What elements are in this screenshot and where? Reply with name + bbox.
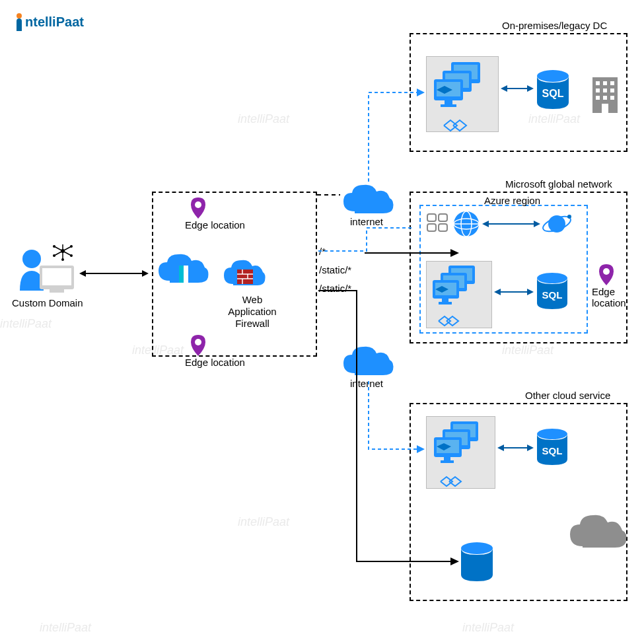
svg-rect-52 [596, 96, 600, 100]
svg-marker-97 [497, 445, 504, 451]
svg-rect-50 [603, 89, 607, 92]
waf-cloud-icon [221, 258, 268, 291]
sql-icon: SQL [535, 272, 569, 312]
connector [316, 192, 342, 258]
svg-marker-100 [417, 89, 425, 96]
logo: ntelliPaat [13, 12, 84, 34]
svg-rect-51 [610, 89, 614, 92]
onprem-label: On-premises/legacy DC [502, 20, 607, 31]
watermark: intelliPaat [40, 621, 91, 635]
svg-line-8 [63, 246, 71, 251]
svg-point-17 [61, 258, 64, 261]
svg-rect-55 [602, 104, 608, 113]
svg-rect-39 [441, 104, 456, 107]
globe-icon [452, 210, 480, 238]
watermark: intelliPaat [238, 112, 289, 126]
svg-point-66 [567, 215, 571, 219]
arrow-bidir [482, 220, 540, 228]
svg-rect-47 [603, 81, 607, 85]
watermark: intelliPaat [238, 515, 289, 529]
lb-icon [443, 119, 469, 132]
building-icon [591, 76, 619, 114]
svg-marker-44 [527, 85, 534, 92]
watermark: intelliPaat [502, 343, 554, 357]
svg-rect-57 [439, 214, 447, 221]
user-icon [13, 244, 76, 294]
arrow-bidir [497, 444, 534, 452]
svg-point-99 [461, 542, 493, 554]
svg-marker-69 [534, 221, 540, 227]
svg-point-30 [195, 339, 201, 345]
svg-line-10 [63, 251, 71, 256]
svg-point-0 [17, 13, 22, 18]
svg-marker-20 [142, 270, 149, 277]
connector [317, 264, 318, 291]
svg-point-15 [53, 254, 55, 257]
waf-label: Web Application Firewall [226, 294, 279, 330]
pin-icon [190, 334, 207, 357]
svg-point-11 [70, 254, 73, 257]
svg-point-29 [195, 201, 201, 208]
edge-loc-label: Edge location [185, 357, 245, 369]
svg-rect-53 [603, 96, 607, 100]
sql-icon: SQL [535, 428, 569, 468]
svg-marker-82 [494, 289, 501, 295]
svg-point-94 [537, 429, 567, 439]
connector [317, 192, 369, 198]
watermark: intelliPaat [0, 317, 52, 331]
msglobal-label: Microsoft global network [505, 178, 612, 190]
svg-rect-4 [50, 289, 64, 293]
edge-loc-label: Edge location [185, 220, 245, 231]
svg-point-9 [70, 245, 73, 248]
pin-icon [190, 196, 207, 220]
svg-text:SQL: SQL [542, 88, 564, 99]
arrow-bidir [501, 85, 534, 92]
svg-line-14 [54, 251, 63, 256]
svg-marker-68 [482, 221, 489, 227]
watermark: intelliPaat [462, 621, 514, 635]
edge-loc-label: Edge location [592, 287, 644, 308]
svg-rect-56 [427, 214, 436, 221]
svg-point-79 [537, 273, 567, 283]
svg-point-40 [537, 70, 569, 82]
svg-rect-58 [427, 224, 436, 231]
connector [363, 248, 459, 258]
internet-cloud-icon [340, 182, 396, 218]
svg-line-105 [317, 205, 342, 254]
arrow-bidir [494, 288, 534, 296]
vm-cluster-icon [433, 61, 492, 114]
svg-rect-54 [610, 96, 614, 100]
pin-icon [598, 263, 615, 287]
svg-marker-102 [450, 249, 459, 257]
connector [365, 269, 368, 345]
svg-point-84 [603, 268, 610, 275]
custom-domain-label: Custom Domain [12, 297, 83, 308]
connector [365, 86, 425, 185]
other-cloud-label: Other cloud service [525, 390, 610, 401]
frontdoor-cloud-icon [155, 251, 211, 291]
svg-rect-46 [596, 81, 600, 85]
svg-rect-3 [42, 268, 71, 285]
svg-rect-22 [179, 266, 184, 283]
svg-point-13 [53, 245, 55, 248]
storage-icon [459, 542, 495, 584]
svg-marker-83 [527, 289, 534, 295]
cosmos-icon [542, 210, 572, 238]
connector [317, 289, 459, 567]
sql-icon: SQL [535, 69, 571, 112]
arrow-user-frontdoor [79, 269, 149, 277]
gray-cloud-icon [567, 512, 629, 553]
webapp-icon [426, 213, 448, 233]
svg-text:SQL: SQL [542, 289, 563, 301]
svg-marker-98 [527, 445, 534, 451]
svg-rect-48 [610, 81, 614, 85]
svg-point-1 [22, 250, 41, 268]
svg-rect-38 [445, 100, 452, 104]
svg-line-12 [54, 246, 63, 251]
svg-marker-43 [501, 85, 507, 92]
svg-rect-23 [237, 269, 253, 284]
svg-text:SQL: SQL [542, 445, 563, 456]
svg-marker-104 [450, 557, 459, 565]
connector [365, 217, 368, 250]
svg-rect-59 [439, 224, 447, 231]
